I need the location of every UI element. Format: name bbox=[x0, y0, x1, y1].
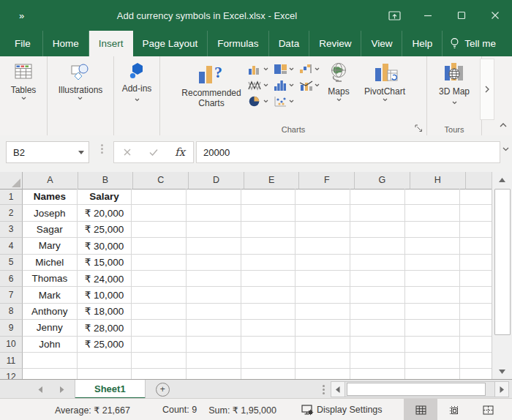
cell-D6[interactable] bbox=[187, 271, 241, 287]
cell-C8[interactable] bbox=[132, 304, 187, 320]
row-header-6[interactable]: 6 bbox=[0, 271, 23, 287]
minimize-button[interactable] bbox=[411, 0, 445, 31]
page-break-preview-button[interactable] bbox=[471, 399, 505, 420]
row-header-8[interactable]: 8 bbox=[0, 304, 23, 320]
cell-E5[interactable] bbox=[241, 255, 296, 271]
column-header-D[interactable]: D bbox=[189, 172, 244, 190]
add-ins-button[interactable]: Add-ins bbox=[120, 56, 154, 105]
scroll-left-icon[interactable] bbox=[331, 381, 345, 397]
tell-me-button[interactable]: Tell me bbox=[443, 31, 503, 56]
row-header-12[interactable]: 12 bbox=[0, 369, 23, 379]
cell-C7[interactable] bbox=[132, 287, 187, 303]
tab-review[interactable]: Review bbox=[309, 31, 361, 56]
cell-F1[interactable] bbox=[295, 189, 350, 205]
column-header-I[interactable]: I bbox=[466, 172, 492, 190]
cell-C2[interactable] bbox=[132, 205, 187, 221]
cell-C12[interactable] bbox=[132, 369, 187, 379]
previous-sheet-icon[interactable] bbox=[38, 386, 43, 393]
cell-C9[interactable] bbox=[132, 320, 187, 336]
tab-view[interactable]: View bbox=[361, 31, 402, 56]
combo-chart-button[interactable] bbox=[299, 79, 320, 91]
cell-F12[interactable] bbox=[295, 369, 350, 379]
cell-H4[interactable] bbox=[405, 238, 460, 254]
cell-H3[interactable] bbox=[405, 222, 460, 238]
cell-E9[interactable] bbox=[241, 320, 296, 336]
cell-B7[interactable]: ₹ 10,000 bbox=[78, 287, 132, 303]
illustrations-button[interactable]: Illustrations bbox=[59, 56, 103, 100]
cell-A2[interactable]: Joseph bbox=[23, 205, 78, 221]
cell-E12[interactable] bbox=[241, 369, 296, 379]
cell-E10[interactable] bbox=[241, 337, 296, 353]
cell-D10[interactable] bbox=[187, 337, 241, 353]
histogram-chart-button[interactable] bbox=[274, 79, 294, 91]
horizontal-scroll-thumb[interactable] bbox=[347, 383, 486, 396]
cell-I6[interactable] bbox=[460, 271, 492, 287]
cell-B8[interactable]: ₹ 18,000 bbox=[78, 304, 132, 320]
display-settings-button[interactable]: Display Settings bbox=[301, 405, 383, 416]
cell-E11[interactable] bbox=[241, 353, 296, 369]
cell-E3[interactable] bbox=[241, 222, 296, 238]
cell-F10[interactable] bbox=[295, 337, 350, 353]
cell-E8[interactable] bbox=[241, 304, 296, 320]
cell-A1[interactable]: Names bbox=[23, 189, 78, 205]
cell-B11[interactable] bbox=[78, 353, 132, 369]
cell-G1[interactable] bbox=[350, 189, 405, 205]
ribbon-display-options-icon[interactable] bbox=[377, 0, 411, 31]
tab-formulas[interactable]: Formulas bbox=[208, 31, 268, 56]
page-layout-view-button[interactable] bbox=[437, 399, 471, 420]
vertical-scroll-thumb[interactable] bbox=[494, 189, 511, 335]
collapse-ribbon-button[interactable] bbox=[497, 119, 510, 131]
cell-A9[interactable]: Jenny bbox=[23, 320, 78, 336]
cell-B12[interactable] bbox=[78, 369, 132, 379]
line-chart-button[interactable] bbox=[248, 79, 268, 91]
cell-H6[interactable] bbox=[405, 271, 460, 287]
cell-E1[interactable] bbox=[241, 189, 296, 205]
column-header-E[interactable]: E bbox=[244, 172, 300, 190]
formula-input[interactable]: 20000 bbox=[196, 141, 500, 163]
row-header-2[interactable]: 2 bbox=[0, 205, 23, 221]
cell-A11[interactable] bbox=[23, 353, 78, 369]
cell-A10[interactable]: John bbox=[23, 337, 78, 353]
tab-data[interactable]: Data bbox=[269, 31, 310, 56]
sheet-tab-sheet1[interactable]: Sheet1 bbox=[75, 380, 146, 399]
maximize-button[interactable] bbox=[445, 0, 478, 31]
cell-A4[interactable]: Mary bbox=[23, 238, 78, 254]
cell-H9[interactable] bbox=[405, 320, 460, 336]
sheetbar-drag-handle[interactable] bbox=[323, 385, 325, 394]
ribbon-scroll-right-button[interactable] bbox=[480, 59, 494, 120]
share-button[interactable]: Share bbox=[503, 31, 512, 56]
cell-H8[interactable] bbox=[405, 304, 460, 320]
cell-B1[interactable]: Salary bbox=[78, 189, 132, 205]
cell-G12[interactable] bbox=[350, 369, 405, 379]
cell-C5[interactable] bbox=[132, 255, 187, 271]
cell-H1[interactable] bbox=[405, 189, 460, 205]
cell-E7[interactable] bbox=[241, 287, 296, 303]
scroll-right-icon[interactable] bbox=[494, 381, 509, 397]
tab-home[interactable]: Home bbox=[43, 31, 89, 56]
next-sheet-icon[interactable] bbox=[59, 386, 64, 393]
column-header-F[interactable]: F bbox=[299, 172, 355, 190]
cell-C6[interactable] bbox=[132, 271, 187, 287]
cell-A8[interactable]: Anthony bbox=[23, 304, 78, 320]
row-header-9[interactable]: 9 bbox=[0, 320, 23, 336]
cell-F3[interactable] bbox=[295, 222, 350, 238]
scroll-up-icon[interactable] bbox=[492, 172, 511, 187]
cell-H10[interactable] bbox=[405, 337, 460, 353]
cell-F8[interactable] bbox=[295, 304, 350, 320]
tab-file[interactable]: File bbox=[3, 31, 43, 56]
scatter-chart-button[interactable] bbox=[274, 95, 294, 108]
cell-C11[interactable] bbox=[132, 353, 187, 369]
cell-G5[interactable] bbox=[350, 255, 405, 271]
cell-B5[interactable]: ₹ 15,000 bbox=[78, 255, 132, 271]
select-all-corner[interactable] bbox=[0, 172, 23, 190]
cell-B10[interactable]: ₹ 25,000 bbox=[78, 337, 132, 353]
tab-insert[interactable]: Insert bbox=[89, 31, 133, 56]
column-header-G[interactable]: G bbox=[355, 172, 410, 190]
name-box[interactable]: B2 bbox=[6, 141, 89, 163]
cell-D9[interactable] bbox=[187, 320, 241, 336]
row-header-10[interactable]: 10 bbox=[0, 337, 23, 353]
cell-I9[interactable] bbox=[460, 320, 492, 336]
cell-G10[interactable] bbox=[350, 337, 405, 353]
charts-dialog-launcher[interactable] bbox=[414, 124, 423, 133]
cell-F4[interactable] bbox=[295, 238, 350, 254]
